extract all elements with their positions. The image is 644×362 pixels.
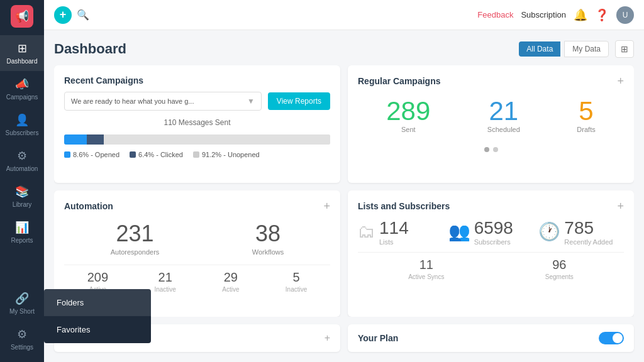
active2-count: 29: [224, 270, 238, 285]
page-header-actions: All Data My Data ⊞: [519, 40, 634, 58]
sidebar-item-subscribers[interactable]: 👤 Subscribers: [0, 107, 44, 143]
messages-sent: 110 Messages Sent: [64, 118, 330, 127]
all-data-button[interactable]: All Data: [519, 41, 560, 57]
topbar: + 🔍 Feedback Subscription 🔔 ❓ U: [44, 0, 644, 30]
sidebar-label-settings: Settings: [11, 344, 33, 351]
lists-subscribers-add-button[interactable]: +: [617, 200, 624, 212]
workflows-count: 38: [255, 221, 280, 247]
inactive1-count: 21: [158, 270, 172, 285]
lists-stat: 🗂 114 Lists: [358, 218, 443, 246]
drafts-count: 5: [579, 98, 593, 124]
help-icon[interactable]: ❓: [595, 8, 609, 22]
sidebar-bottom: 🔗 My Short ⚙ Settings: [0, 285, 44, 362]
active-syncs-count: 11: [419, 258, 433, 272]
sidebar-label-reports: Reports: [11, 237, 33, 244]
autoresponders-count: 231: [116, 221, 153, 247]
dashboard-icon: ⊞: [18, 41, 27, 55]
sidebar-item-library[interactable]: 📚 Library: [0, 178, 44, 214]
progress-unopened: [104, 134, 330, 145]
subscribers-icon: 👥: [448, 221, 470, 242]
sidebar-label-myshort: My Short: [9, 308, 35, 315]
users-add-icon[interactable]: +: [325, 332, 330, 344]
app-logo[interactable]: 📢: [11, 5, 33, 28]
recent-campaigns-card: Recent Campaigns We are ready to hear wh…: [54, 65, 340, 183]
dropdown-folders[interactable]: Folders: [44, 289, 151, 316]
opened-dot: [64, 151, 70, 158]
lists-subscribers-card: Lists and Subscribers + 🗂 114 Lists 👥: [348, 190, 634, 317]
campaigns-icon: 📣: [15, 77, 29, 91]
my-data-button[interactable]: My Data: [564, 41, 609, 57]
plan-toggle[interactable]: [599, 332, 624, 344]
reports-icon: 📊: [15, 221, 29, 234]
sidebar: 📢 ⊞ Dashboard 📣 Campaigns 👤 Subscribers …: [0, 0, 44, 362]
automation-icon: ⚙: [17, 149, 27, 163]
inactive2-label: Inactive: [286, 286, 307, 293]
workflows-stat: 38 Workflows: [252, 221, 284, 256]
inactive1-stat: 21 Inactive: [154, 270, 175, 293]
scheduled-stat-block: 21 Scheduled: [487, 98, 520, 133]
campaign-dropdown-value: We are ready to hear what you have g...: [71, 97, 194, 105]
segments-count: 96: [552, 258, 566, 272]
sidebar-item-campaigns[interactable]: 📣 Campaigns: [0, 71, 44, 107]
view-reports-button[interactable]: View Reports: [268, 92, 330, 110]
logo-icon: 📢: [15, 9, 29, 23]
scheduled-count: 21: [489, 98, 518, 124]
sidebar-item-automation[interactable]: ⚙ Automation: [0, 143, 44, 178]
sidebar-label-campaigns: Campaigns: [6, 94, 38, 101]
campaign-progress-bar: [64, 134, 330, 145]
progress-clicked: [87, 134, 104, 145]
bell-icon[interactable]: 🔔: [574, 8, 587, 22]
chevron-down-icon: ▼: [247, 97, 255, 106]
drafts-stat-block: 5 Drafts: [577, 98, 595, 133]
active-syncs-stat: 11 Active Syncs: [408, 258, 444, 280]
opened-stat: 8.6% - Opened: [73, 151, 119, 158]
regular-campaigns-add-button[interactable]: +: [617, 75, 624, 87]
sidebar-label-subscribers: Subscribers: [6, 129, 39, 136]
myshort-icon: 🔗: [15, 292, 29, 305]
regular-campaigns-title: Regular Campaigns: [358, 76, 440, 86]
subscribers-count: 6598: [474, 218, 513, 238]
subscription-link[interactable]: Subscription: [521, 10, 566, 19]
automation-title: Automation: [64, 201, 113, 211]
campaign-dropdown[interactable]: We are ready to hear what you have g... …: [64, 92, 262, 111]
lists-stats-grid: 🗂 114 Lists 👥 6598 Subscribers: [358, 218, 624, 246]
unopened-dot: [193, 151, 199, 158]
inactive1-label: Inactive: [154, 286, 175, 293]
active2-stat: 29 Active: [222, 270, 239, 293]
topbar-right: Feedback Subscription 🔔 ❓ U: [477, 6, 634, 24]
dropdown-favorites[interactable]: Favorites: [44, 316, 151, 343]
sidebar-item-myshort[interactable]: 🔗 My Short: [0, 285, 44, 321]
dot-2[interactable]: [493, 147, 498, 152]
library-icon: 📚: [15, 185, 29, 199]
unopened-stat: 91.2% - Unopened: [202, 151, 260, 158]
subscribers-stat: 👥 6598 Subscribers: [448, 218, 534, 246]
sidebar-item-reports[interactable]: 📊 Reports: [0, 214, 44, 250]
user-avatar[interactable]: U: [616, 6, 634, 24]
autoresponders-label: Autoresponders: [111, 248, 160, 256]
sidebar-label-dashboard: Dashboard: [7, 58, 38, 65]
search-button[interactable]: 🔍: [77, 9, 89, 21]
lists-label: Lists: [379, 238, 409, 246]
regular-campaigns-card: Regular Campaigns + 289 Sent 21 Schedule…: [348, 65, 634, 183]
workflows-label: Workflows: [252, 248, 284, 256]
sidebar-item-settings[interactable]: ⚙ Settings: [0, 321, 44, 357]
avatar-label: U: [623, 11, 628, 19]
inactive2-count: 5: [293, 270, 300, 285]
lists-bottom-row: 11 Active Syncs 96 Segments: [358, 252, 624, 280]
dot-1[interactable]: [484, 147, 489, 152]
recently-added-icon: 🕐: [538, 221, 560, 242]
sidebar-item-dashboard[interactable]: ⊞ Dashboard: [0, 35, 44, 71]
grid-view-button[interactable]: ⊞: [615, 40, 634, 58]
automation-add-button[interactable]: +: [323, 200, 330, 212]
clicked-stat: 6.4% - Clicked: [138, 151, 183, 158]
feedback-link[interactable]: Feedback: [477, 10, 513, 19]
page-title: Dashboard: [54, 41, 126, 57]
recent-campaigns-header: Recent Campaigns: [64, 75, 330, 85]
drafts-label: Drafts: [577, 126, 595, 133]
recent-campaigns-title: Recent Campaigns: [64, 75, 143, 85]
legend-clicked: 6.4% - Clicked: [130, 151, 183, 158]
add-button[interactable]: +: [54, 6, 72, 24]
segments-label: Segments: [545, 273, 574, 280]
subscribers-label: Subscribers: [474, 238, 513, 246]
lists-icon: 🗂: [358, 221, 375, 242]
